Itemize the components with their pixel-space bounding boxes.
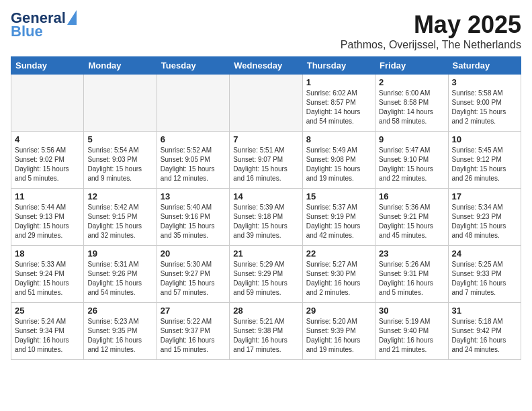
calendar-week-row: 18Sunrise: 5:33 AM Sunset: 9:24 PM Dayli… <box>11 246 521 303</box>
calendar-cell: 29Sunrise: 5:20 AM Sunset: 9:39 PM Dayli… <box>302 303 375 360</box>
day-info: Sunrise: 5:34 AM Sunset: 9:23 PM Dayligh… <box>452 203 517 240</box>
day-info: Sunrise: 5:23 AM Sunset: 9:35 PM Dayligh… <box>87 317 152 355</box>
calendar-header-row: SundayMondayTuesdayWednesdayThursdayFrid… <box>11 57 521 75</box>
calendar-cell <box>157 75 229 132</box>
col-header-wednesday: Wednesday <box>230 57 302 75</box>
calendar-cell: 28Sunrise: 5:21 AM Sunset: 9:38 PM Dayli… <box>230 303 302 360</box>
day-info: Sunrise: 5:47 AM Sunset: 9:10 PM Dayligh… <box>379 146 444 183</box>
day-number: 9 <box>379 134 444 144</box>
day-info: Sunrise: 5:58 AM Sunset: 9:00 PM Dayligh… <box>452 89 517 126</box>
logo: General Blue <box>11 11 77 39</box>
day-info: Sunrise: 5:42 AM Sunset: 9:15 PM Dayligh… <box>87 203 152 240</box>
calendar-cell: 4Sunrise: 5:56 AM Sunset: 9:02 PM Daylig… <box>11 132 84 189</box>
day-number: 16 <box>379 191 444 201</box>
calendar-cell: 23Sunrise: 5:26 AM Sunset: 9:31 PM Dayli… <box>375 246 448 303</box>
day-number: 19 <box>87 248 152 259</box>
day-info: Sunrise: 5:40 AM Sunset: 9:16 PM Dayligh… <box>161 203 226 240</box>
calendar-week-row: 11Sunrise: 5:44 AM Sunset: 9:13 PM Dayli… <box>11 189 521 246</box>
logo-icon <box>67 10 77 25</box>
day-info: Sunrise: 5:39 AM Sunset: 9:18 PM Dayligh… <box>233 203 298 240</box>
day-info: Sunrise: 5:33 AM Sunset: 9:24 PM Dayligh… <box>15 260 80 298</box>
day-number: 20 <box>161 248 226 259</box>
day-number: 8 <box>306 134 371 144</box>
day-number: 1 <box>306 77 371 87</box>
calendar-cell: 18Sunrise: 5:33 AM Sunset: 9:24 PM Dayli… <box>11 246 84 303</box>
day-number: 10 <box>452 134 517 144</box>
calendar-cell: 12Sunrise: 5:42 AM Sunset: 9:15 PM Dayli… <box>84 189 157 246</box>
calendar-cell: 15Sunrise: 5:37 AM Sunset: 9:19 PM Dayli… <box>302 189 375 246</box>
calendar-cell <box>11 75 84 132</box>
col-header-thursday: Thursday <box>302 57 375 75</box>
day-number: 12 <box>87 191 152 201</box>
day-number: 24 <box>452 248 517 259</box>
day-info: Sunrise: 5:21 AM Sunset: 9:38 PM Dayligh… <box>233 317 298 355</box>
day-number: 11 <box>15 191 80 201</box>
calendar-cell: 3Sunrise: 5:58 AM Sunset: 9:00 PM Daylig… <box>448 75 521 132</box>
calendar-cell: 8Sunrise: 5:49 AM Sunset: 9:08 PM Daylig… <box>302 132 375 189</box>
day-number: 7 <box>233 134 298 144</box>
day-info: Sunrise: 5:25 AM Sunset: 9:33 PM Dayligh… <box>452 260 517 298</box>
day-number: 5 <box>87 134 152 144</box>
day-info: Sunrise: 5:26 AM Sunset: 9:31 PM Dayligh… <box>379 260 444 298</box>
calendar-cell: 25Sunrise: 5:24 AM Sunset: 9:34 PM Dayli… <box>11 303 84 360</box>
calendar-week-row: 25Sunrise: 5:24 AM Sunset: 9:34 PM Dayli… <box>11 303 521 360</box>
calendar-cell <box>84 75 157 132</box>
day-info: Sunrise: 5:56 AM Sunset: 9:02 PM Dayligh… <box>15 146 80 183</box>
calendar-cell <box>230 75 302 132</box>
page-header: General Blue May 2025 Pathmos, Overijsse… <box>11 11 521 51</box>
calendar-cell: 10Sunrise: 5:45 AM Sunset: 9:12 PM Dayli… <box>448 132 521 189</box>
title-block: May 2025 Pathmos, Overijssel, The Nether… <box>341 11 521 51</box>
col-header-saturday: Saturday <box>448 57 521 75</box>
day-number: 31 <box>452 306 517 316</box>
day-info: Sunrise: 5:24 AM Sunset: 9:34 PM Dayligh… <box>15 317 80 355</box>
calendar-table: SundayMondayTuesdayWednesdayThursdayFrid… <box>11 56 521 360</box>
calendar-cell: 21Sunrise: 5:29 AM Sunset: 9:29 PM Dayli… <box>230 246 302 303</box>
col-header-monday: Monday <box>84 57 157 75</box>
col-header-friday: Friday <box>375 57 448 75</box>
calendar-week-row: 4Sunrise: 5:56 AM Sunset: 9:02 PM Daylig… <box>11 132 521 189</box>
col-header-tuesday: Tuesday <box>157 57 229 75</box>
day-info: Sunrise: 5:54 AM Sunset: 9:03 PM Dayligh… <box>87 146 152 183</box>
day-info: Sunrise: 5:31 AM Sunset: 9:26 PM Dayligh… <box>87 260 152 298</box>
calendar-cell: 11Sunrise: 5:44 AM Sunset: 9:13 PM Dayli… <box>11 189 84 246</box>
logo-blue: Blue <box>11 24 43 39</box>
calendar-cell: 6Sunrise: 5:52 AM Sunset: 9:05 PM Daylig… <box>157 132 229 189</box>
day-number: 27 <box>161 306 226 316</box>
day-info: Sunrise: 5:49 AM Sunset: 9:08 PM Dayligh… <box>306 146 371 183</box>
day-info: Sunrise: 5:27 AM Sunset: 9:30 PM Dayligh… <box>306 260 371 298</box>
day-info: Sunrise: 5:19 AM Sunset: 9:40 PM Dayligh… <box>379 317 444 355</box>
calendar-cell: 20Sunrise: 5:30 AM Sunset: 9:27 PM Dayli… <box>157 246 229 303</box>
day-number: 22 <box>306 248 371 259</box>
day-info: Sunrise: 5:37 AM Sunset: 9:19 PM Dayligh… <box>306 203 371 240</box>
calendar-week-row: 1Sunrise: 6:02 AM Sunset: 8:57 PM Daylig… <box>11 75 521 132</box>
day-number: 29 <box>306 306 371 316</box>
calendar-cell: 7Sunrise: 5:51 AM Sunset: 9:07 PM Daylig… <box>230 132 302 189</box>
day-number: 15 <box>306 191 371 201</box>
day-info: Sunrise: 5:52 AM Sunset: 9:05 PM Dayligh… <box>161 146 226 183</box>
calendar-cell: 1Sunrise: 6:02 AM Sunset: 8:57 PM Daylig… <box>302 75 375 132</box>
day-number: 18 <box>15 248 80 259</box>
calendar-cell: 27Sunrise: 5:22 AM Sunset: 9:37 PM Dayli… <box>157 303 229 360</box>
calendar-cell: 22Sunrise: 5:27 AM Sunset: 9:30 PM Dayli… <box>302 246 375 303</box>
day-info: Sunrise: 5:29 AM Sunset: 9:29 PM Dayligh… <box>233 260 298 298</box>
location: Pathmos, Overijssel, The Netherlands <box>341 39 521 51</box>
day-info: Sunrise: 5:20 AM Sunset: 9:39 PM Dayligh… <box>306 317 371 355</box>
day-number: 6 <box>161 134 226 144</box>
col-header-sunday: Sunday <box>11 57 84 75</box>
day-info: Sunrise: 6:02 AM Sunset: 8:57 PM Dayligh… <box>306 89 371 126</box>
day-info: Sunrise: 5:18 AM Sunset: 9:42 PM Dayligh… <box>452 317 517 355</box>
calendar-cell: 30Sunrise: 5:19 AM Sunset: 9:40 PM Dayli… <box>375 303 448 360</box>
calendar-cell: 26Sunrise: 5:23 AM Sunset: 9:35 PM Dayli… <box>84 303 157 360</box>
day-number: 23 <box>379 248 444 259</box>
day-number: 30 <box>379 306 444 316</box>
day-number: 2 <box>379 77 444 87</box>
calendar-cell: 5Sunrise: 5:54 AM Sunset: 9:03 PM Daylig… <box>84 132 157 189</box>
calendar-cell: 9Sunrise: 5:47 AM Sunset: 9:10 PM Daylig… <box>375 132 448 189</box>
day-info: Sunrise: 6:00 AM Sunset: 8:58 PM Dayligh… <box>379 89 444 126</box>
calendar-cell: 16Sunrise: 5:36 AM Sunset: 9:21 PM Dayli… <box>375 189 448 246</box>
calendar-cell: 14Sunrise: 5:39 AM Sunset: 9:18 PM Dayli… <box>230 189 302 246</box>
day-number: 28 <box>233 306 298 316</box>
day-number: 14 <box>233 191 298 201</box>
day-info: Sunrise: 5:22 AM Sunset: 9:37 PM Dayligh… <box>161 317 226 355</box>
day-number: 3 <box>452 77 517 87</box>
